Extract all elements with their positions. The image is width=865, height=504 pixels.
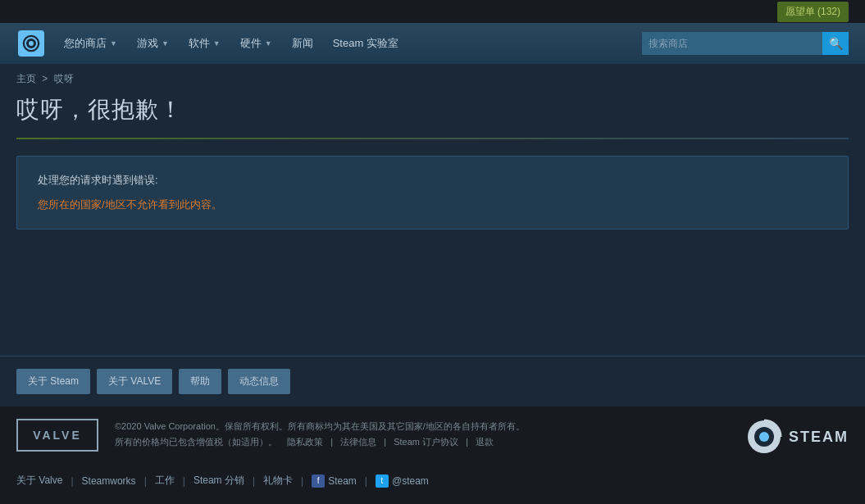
valve-logo-text: VALVE: [33, 429, 82, 442]
search-input[interactable]: [642, 32, 822, 55]
error-message: 您所在的国家/地区不允许看到此内容。: [38, 198, 827, 212]
top-bar: 愿望单 (132): [0, 0, 865, 23]
about-valve-button[interactable]: 关于 VALVE: [97, 369, 172, 394]
search-area: 🔍: [642, 32, 849, 55]
footer-link-steamworks[interactable]: Steamworks: [74, 475, 144, 487]
nav-hardware-label: 硬件: [240, 36, 262, 51]
breadcrumb-separator: >: [42, 73, 48, 84]
app-wrapper: 愿望单 (132) 您的商店 ▼ 游戏 ▼ 软件 ▼ 硬件 ▼: [0, 0, 865, 504]
wishlist-button[interactable]: 愿望单 (132): [777, 2, 849, 22]
footer-legal-link[interactable]: 法律信息: [340, 437, 376, 447]
steam-logo-icon: [18, 30, 44, 57]
footer-buttons-area: 关于 Steam 关于 VALVE 帮助 动态信息: [0, 356, 865, 406]
footer-link-steam-distrib[interactable]: Steam 分销: [185, 474, 253, 488]
nav-news-label: 新闻: [292, 36, 313, 51]
search-icon: 🔍: [829, 37, 843, 50]
footer-links: 关于 Valve | Steamworks | 工作 | Steam 分销 | …: [0, 467, 865, 504]
nav-steam-labs-label: Steam 实验室: [333, 36, 398, 51]
footer-privacy-link[interactable]: 隐私政策: [287, 437, 323, 447]
nav-steam-labs[interactable]: Steam 实验室: [323, 23, 408, 64]
breadcrumb: 主页 > 哎呀: [0, 64, 865, 90]
nav-logo: [16, 29, 46, 58]
news-button[interactable]: 动态信息: [228, 369, 290, 394]
content-area: 处理您的请求时遇到错误: 您所在的国家/地区不允许看到此内容。: [0, 139, 865, 262]
breadcrumb-home[interactable]: 主页: [16, 73, 36, 84]
nav-your-store-label: 您的商店: [64, 36, 107, 51]
nav-bar: 您的商店 ▼ 游戏 ▼ 软件 ▼ 硬件 ▼ 新闻 Steam 实验室 🔍: [0, 23, 865, 64]
footer-link-gift-card[interactable]: 礼物卡: [255, 474, 301, 488]
footer-main: VALVE ©2020 Valve Corporation。保留所有权利。所有商…: [0, 406, 865, 467]
valve-logo: VALVE: [16, 419, 98, 452]
page-title: 哎呀，很抱歉！: [16, 94, 849, 125]
nav-hardware[interactable]: 硬件 ▼: [230, 23, 282, 64]
footer-link-jobs[interactable]: 工作: [147, 474, 183, 488]
nav-hardware-arrow: ▼: [265, 39, 272, 48]
error-title: 处理您的请求时遇到错误:: [38, 173, 827, 188]
footer-price-note: 所有的价格均已包含增值税（如适用）。 隐私政策 | 法律信息 | Steam 订…: [115, 434, 730, 450]
svg-point-1: [29, 41, 34, 46]
footer-link-steam-twitter[interactable]: t @steam: [367, 474, 437, 488]
nav-your-store[interactable]: 您的商店 ▼: [54, 23, 127, 64]
search-button[interactable]: 🔍: [822, 32, 849, 55]
svg-point-4: [759, 432, 769, 442]
nav-software-label: 软件: [189, 36, 210, 51]
help-button[interactable]: 帮助: [179, 369, 221, 394]
nav-games[interactable]: 游戏 ▼: [127, 23, 179, 64]
nav-news[interactable]: 新闻: [282, 23, 323, 64]
error-box: 处理您的请求时遇到错误: 您所在的国家/地区不允许看到此内容。: [16, 156, 849, 229]
breadcrumb-current: 哎呀: [54, 73, 74, 84]
nav-your-store-arrow: ▼: [110, 39, 117, 48]
steam-footer-logo: STEAM: [746, 419, 849, 455]
nav-software-arrow: ▼: [213, 39, 221, 48]
twitter-icon: t: [376, 474, 389, 488]
nav-games-arrow: ▼: [162, 39, 169, 48]
footer-copyright-area: ©2020 Valve Corporation。保留所有权利。所有商标均为其在美…: [115, 419, 730, 449]
nav-games-label: 游戏: [137, 36, 158, 51]
page-title-area: 哎呀，很抱歉！: [0, 90, 865, 138]
footer-subscriber-link[interactable]: Steam 订户协议: [394, 437, 458, 447]
about-steam-button[interactable]: 关于 Steam: [16, 369, 90, 394]
footer-link-about-valve[interactable]: 关于 Valve: [16, 474, 71, 488]
nav-software[interactable]: 软件 ▼: [179, 23, 230, 64]
footer-link-steam-facebook[interactable]: f Steam: [303, 474, 365, 488]
main-content: 主页 > 哎呀 哎呀，很抱歉！ 处理您的请求时遇到错误: 您所在的国家/地区不允…: [0, 64, 865, 356]
footer-refund-link[interactable]: 退款: [476, 437, 494, 447]
steam-logo-icon: [746, 419, 782, 455]
footer-copyright: ©2020 Valve Corporation。保留所有权利。所有商标均为其在美…: [115, 419, 730, 434]
steam-footer-text: STEAM: [789, 429, 849, 446]
facebook-icon: f: [312, 474, 325, 488]
